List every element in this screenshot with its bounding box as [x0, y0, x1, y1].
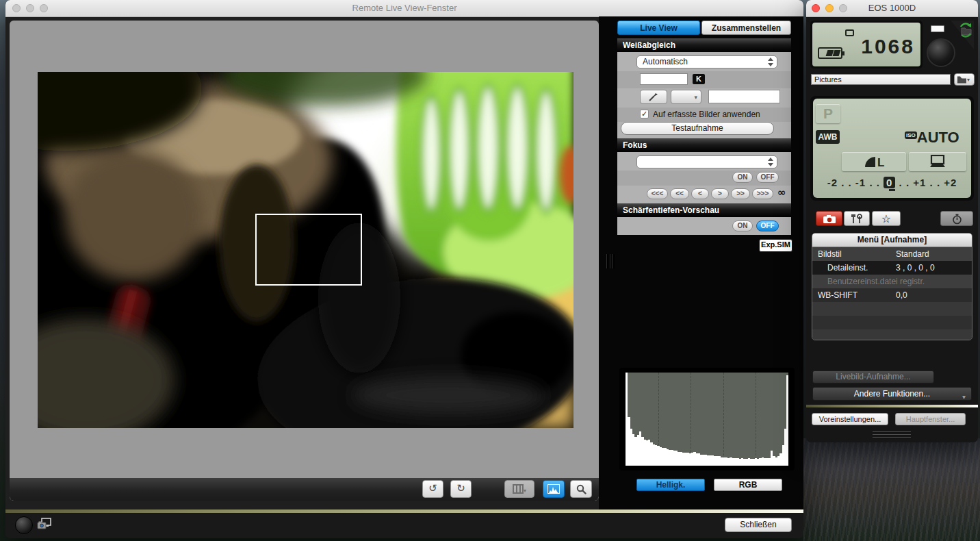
camera-computer-icon: [36, 516, 52, 533]
tab-setup-menu[interactable]: [844, 211, 870, 226]
battery-icon: [818, 47, 842, 59]
white-balance-preset-dropdown[interactable]: Automatisch: [636, 55, 777, 68]
rotate-right-button[interactable]: ↻: [450, 480, 472, 498]
card-access-lamp: [931, 25, 944, 32]
menu-row-detail-settings[interactable]: Detaileinst. 3 , 0 , 0 , 0: [812, 261, 972, 275]
remote-live-view-window: Remote Live View-Fenster: [5, 0, 803, 538]
timer-button[interactable]: [940, 211, 973, 226]
shooting-mode-tile[interactable]: P: [816, 104, 840, 123]
histogram-bar: [786, 375, 788, 466]
exposure-simulation-badge: Exp.SIM: [759, 239, 792, 252]
kelvin-input[interactable]: [640, 73, 688, 85]
dof-preview-header: Schärfentiefen-Vorschau: [617, 203, 791, 217]
apply-checkbox[interactable]: ✓: [640, 110, 649, 118]
eyedropper-icon: [648, 92, 659, 102]
focus-mode-dropdown[interactable]: [636, 155, 777, 168]
close-button[interactable]: Schließen: [725, 518, 792, 532]
settings-lcd: P AWB ISOAUTO L -2 . . -1: [813, 99, 971, 198]
iso-label: ISO: [905, 131, 917, 139]
titlebar[interactable]: Remote Live View-Fenster: [5, 0, 803, 17]
camera-window-divider: [806, 405, 978, 407]
live-view-shoot-button: Livebild-Aufnahme...: [812, 370, 934, 383]
dof-off-button[interactable]: OFF: [756, 221, 779, 231]
live-view-toolbar: ↺ ↻ ▾: [10, 478, 599, 501]
menu-row-empty: [812, 302, 972, 316]
chevron-down-icon: ▾: [694, 94, 697, 101]
other-functions-button[interactable]: Andere Funktionen... ▾: [812, 387, 972, 401]
focus-near-3-button[interactable]: >>>: [752, 188, 773, 199]
dof-on-button[interactable]: ON: [732, 221, 753, 231]
split-view-button[interactable]: ▾: [504, 480, 534, 498]
quality-icon: L: [864, 155, 887, 168]
card-icon: [845, 29, 854, 36]
eyedropper-button[interactable]: [640, 90, 667, 104]
apply-checkbox-label: Auf erfasste Bilder anwenden: [653, 110, 760, 119]
focus-near-2-button[interactable]: >>: [731, 188, 750, 199]
desktop-wallpaper-cliff: [803, 438, 980, 541]
histogram-rgb-button[interactable]: RGB: [714, 479, 782, 491]
tab-compose[interactable]: Zusammenstellen: [701, 21, 791, 35]
stepper-arrows-icon: [767, 158, 775, 166]
menu-row-empty: [812, 316, 972, 329]
focus-body: ON OFF <<< << < > >> >>> ∞: [617, 152, 791, 203]
menu-row-wb-shift[interactable]: WB-SHIFT 0,0: [812, 288, 972, 302]
shutter-release-button[interactable]: [927, 38, 955, 67]
rotate-left-button[interactable]: ↺: [422, 480, 443, 498]
destination-folder-field[interactable]: Pictures: [811, 74, 951, 85]
exposure-compensation-scale[interactable]: -2 . . -1 . . 0 . . +1 . . +2: [813, 177, 971, 188]
menu-row-empty: [812, 329, 972, 340]
focus-far-3-button[interactable]: <<<: [647, 188, 668, 199]
folder-icon: [957, 75, 967, 84]
chevron-down-icon: ▾: [524, 488, 526, 494]
iso-setting[interactable]: ISOAUTO: [905, 129, 968, 147]
preferences-button[interactable]: Voreinstellungen...: [812, 413, 888, 425]
tab-live-view[interactable]: Live View: [617, 21, 700, 35]
window-title: EOS 1000D: [806, 3, 978, 13]
focus-header: Fokus: [617, 138, 791, 152]
destination-computer-tile[interactable]: [909, 152, 966, 171]
computer-icon: [929, 155, 946, 168]
focus-far-1-button[interactable]: <: [691, 188, 709, 199]
menu-title: Menü [Aufnahme]: [812, 234, 972, 247]
panel-drag-handle[interactable]: [606, 254, 615, 268]
top-lcd-bezel: 1068: [810, 21, 923, 68]
window-title: Remote Live View-Fenster: [5, 3, 803, 13]
image-quality-tile[interactable]: L: [842, 152, 906, 171]
live-view-canvas: ↺ ↻ ▾: [10, 21, 599, 501]
stopwatch-icon: [952, 214, 962, 225]
menu-row-user-defined: Benutzereinst.datei registr.: [812, 275, 972, 288]
focus-far-2-button[interactable]: <<: [670, 188, 689, 199]
af-off-button[interactable]: OFF: [756, 172, 779, 183]
tab-shooting-menu[interactable]: [816, 211, 842, 226]
live-view-control-panel: Live View Zusammenstellen Weißabgleich A…: [617, 21, 795, 505]
af-on-button[interactable]: ON: [732, 172, 753, 183]
folder-select-button[interactable]: ▾: [954, 73, 975, 86]
menu-row-picture-style[interactable]: Bildstil Standard: [812, 247, 972, 261]
main-window-button: Hauptfenster...: [895, 413, 966, 425]
folder-rotate-icon[interactable]: [958, 23, 973, 38]
histogram-panel: [619, 368, 795, 470]
focus-frame[interactable]: [255, 214, 362, 286]
connection-indicator: [15, 516, 33, 534]
histogram-toggle-button[interactable]: [543, 480, 565, 498]
exposure-pointer: [889, 189, 895, 191]
zoom-button[interactable]: [570, 480, 592, 498]
kelvin-unit-badge: K: [693, 74, 705, 84]
white-balance-preset-value: Automatisch: [643, 57, 688, 66]
shooting-mode: P: [816, 104, 840, 123]
top-lcd: 1068: [812, 23, 920, 66]
focus-near-1-button[interactable]: >: [711, 188, 729, 199]
wb-value-field[interactable]: [708, 90, 780, 103]
split-view-icon: [513, 484, 524, 494]
eos-1000d-window: EOS 1000D 1068 Pictures ▾ P AWB: [806, 0, 978, 442]
tab-my-menu[interactable]: ☆: [872, 211, 901, 226]
click-wb-dropdown[interactable]: ▾: [671, 90, 701, 104]
histogram-bars: [626, 373, 788, 466]
dof-preview-body: ON OFF: [617, 217, 791, 235]
test-shot-button[interactable]: Testaufnahme: [621, 122, 774, 135]
chevron-down-icon: ▾: [962, 390, 966, 403]
resize-grip[interactable]: [873, 431, 911, 440]
titlebar[interactable]: EOS 1000D: [806, 0, 978, 17]
histogram-brightness-button[interactable]: Helligk.: [636, 479, 705, 491]
white-balance-badge[interactable]: AWB: [816, 130, 840, 144]
